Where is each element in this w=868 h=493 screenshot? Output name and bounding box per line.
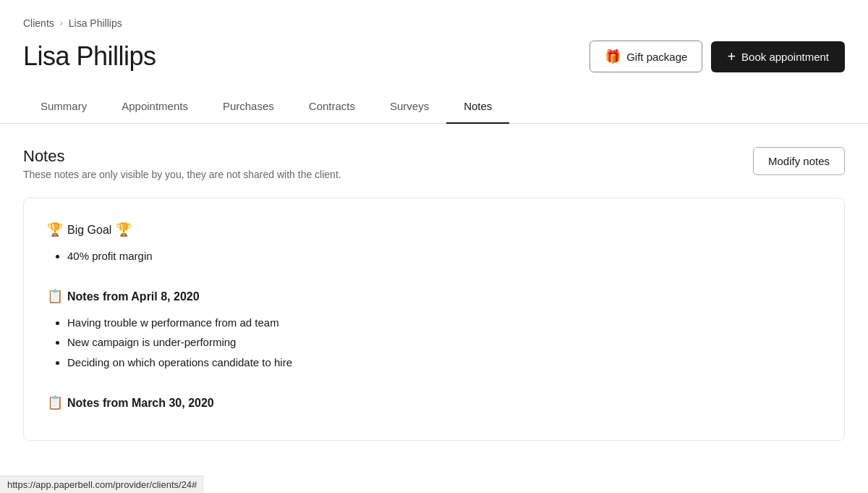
main-content: Notes These notes are only visible by yo…: [0, 124, 868, 441]
tab-surveys[interactable]: Surveys: [373, 90, 446, 124]
page-title-row: Lisa Phillips 🎁 Gift package + Book appo…: [23, 35, 845, 90]
big-goal-heading: 🏆 Big Goal 🏆: [47, 219, 821, 241]
nav-tabs: Summary Appointments Purchases Contracts…: [0, 90, 868, 124]
notes-section-april: 📋 Notes from April 8, 2020 Having troubl…: [47, 285, 821, 371]
march-notes-title: Notes from March 30, 2020: [67, 393, 214, 413]
book-appointment-button[interactable]: + Book appointment: [711, 41, 845, 72]
notes-section-march: 📋 Notes from March 30, 2020: [47, 392, 821, 414]
gift-package-button[interactable]: 🎁 Gift package: [590, 41, 702, 72]
breadcrumb-clients-link[interactable]: Clients: [23, 17, 54, 29]
folder-icon-march: 📋: [47, 392, 63, 414]
notes-header: Notes These notes are only visible by yo…: [23, 147, 845, 180]
breadcrumb-current: Lisa Phillips: [69, 17, 122, 29]
folder-icon-april: 📋: [47, 285, 63, 308]
breadcrumb: Clients › Lisa Phillips: [23, 12, 845, 29]
gift-icon: 🎁: [605, 49, 621, 64]
list-item: New campaign is under-performing: [67, 333, 821, 352]
notes-title-block: Notes These notes are only visible by yo…: [23, 147, 341, 180]
book-appointment-label: Book appointment: [741, 51, 829, 63]
big-goal-list: 40% profit margin: [47, 247, 821, 266]
modify-notes-button[interactable]: Modify notes: [753, 147, 845, 175]
page-title: Lisa Phillips: [23, 41, 156, 72]
tab-appointments[interactable]: Appointments: [104, 90, 205, 124]
breadcrumb-separator: ›: [60, 18, 63, 28]
plus-icon: +: [727, 49, 736, 65]
list-item: Having trouble w performance from ad tea…: [67, 313, 821, 332]
tab-notes[interactable]: Notes: [446, 90, 509, 124]
tab-purchases[interactable]: Purchases: [205, 90, 292, 124]
notes-card: 🏆 Big Goal 🏆 40% profit margin 📋 Notes f…: [23, 198, 845, 441]
april-notes-heading: 📋 Notes from April 8, 2020: [47, 285, 821, 308]
april-notes-title: Notes from April 8, 2020: [67, 287, 200, 306]
status-bar: https://app.paperbell.com/provider/clien…: [0, 476, 204, 493]
header-section: Clients › Lisa Phillips Lisa Phillips 🎁 …: [0, 0, 868, 90]
tab-summary[interactable]: Summary: [23, 90, 104, 124]
march-notes-heading: 📋 Notes from March 30, 2020: [47, 392, 821, 414]
trophy-icon-left: 🏆: [47, 219, 63, 241]
header-actions: 🎁 Gift package + Book appointment: [590, 41, 845, 72]
big-goal-text: Big Goal: [67, 220, 111, 240]
tab-contracts[interactable]: Contracts: [292, 90, 373, 124]
april-notes-list: Having trouble w performance from ad tea…: [47, 313, 821, 372]
list-item: Deciding on which operations candidate t…: [67, 353, 821, 372]
notes-section-big-goal: 🏆 Big Goal 🏆 40% profit margin: [47, 219, 821, 265]
notes-subtitle: These notes are only visible by you, the…: [23, 169, 341, 180]
notes-title: Notes: [23, 147, 341, 166]
trophy-icon-right: 🏆: [116, 219, 132, 241]
list-item: 40% profit margin: [67, 247, 821, 266]
gift-package-label: Gift package: [626, 51, 687, 63]
